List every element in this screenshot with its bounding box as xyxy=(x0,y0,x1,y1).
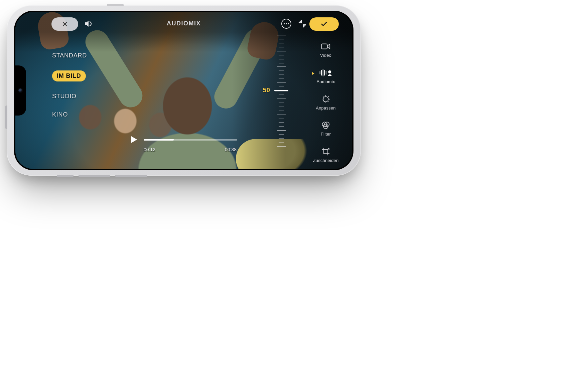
done-button[interactable] xyxy=(309,17,339,31)
audiomix-mode-list: STANDARD IM BILD STUDIO KINO xyxy=(52,52,87,118)
tool-audiomix[interactable]: Audiomix xyxy=(316,68,335,84)
svg-point-14 xyxy=(323,101,323,102)
intensity-slider[interactable]: 50 xyxy=(273,35,290,146)
hw-button-mute xyxy=(57,175,74,177)
exit-fullscreen-button[interactable] xyxy=(298,19,307,29)
play-button[interactable] xyxy=(130,136,138,144)
mode-studio[interactable]: STUDIO xyxy=(52,93,87,100)
video-icon xyxy=(321,42,331,51)
slider-value-label: 50 xyxy=(263,86,270,94)
tool-video[interactable]: Video xyxy=(320,42,331,58)
active-marker-icon xyxy=(312,72,314,75)
mode-kino[interactable]: KINO xyxy=(52,111,87,118)
time-current: 00:12 xyxy=(144,147,155,152)
svg-rect-0 xyxy=(321,44,327,49)
checkmark-icon xyxy=(320,20,328,28)
svg-point-9 xyxy=(325,102,326,103)
hw-button-vol-up xyxy=(79,175,110,177)
collapse-icon xyxy=(298,19,307,28)
slider-handle[interactable] xyxy=(274,90,288,91)
svg-point-13 xyxy=(328,96,329,97)
tool-adjust-label: Anpassen xyxy=(316,106,335,111)
playback-controls: 00:12 00:38 xyxy=(130,136,237,152)
audiomix-icon xyxy=(319,68,332,77)
time-duration: 00:38 xyxy=(225,147,237,152)
edit-tool-rail: Video Audio xyxy=(307,42,344,163)
screen: AUDIOMIX xyxy=(15,12,352,169)
svg-point-7 xyxy=(323,96,328,102)
svg-point-11 xyxy=(329,99,330,99)
adjust-icon xyxy=(321,95,331,104)
more-button[interactable] xyxy=(281,19,291,29)
phone-bezel: AUDIOMIX xyxy=(14,11,353,170)
tool-video-label: Video xyxy=(320,53,331,58)
more-icon xyxy=(281,19,291,29)
hw-button-top xyxy=(107,4,124,6)
svg-point-12 xyxy=(323,96,323,97)
tool-filter[interactable]: Filter xyxy=(321,121,331,137)
mode-im-bild[interactable]: IM BILD xyxy=(52,70,86,81)
device-notch xyxy=(15,65,26,116)
tool-crop[interactable]: Zuschneiden xyxy=(313,147,339,163)
playback-progress xyxy=(144,139,174,141)
tool-filter-label: Filter xyxy=(321,132,331,137)
svg-point-6 xyxy=(328,70,331,73)
hw-button-vol-down xyxy=(115,175,147,177)
svg-point-8 xyxy=(325,95,326,96)
top-bar: AUDIOMIX xyxy=(15,17,352,33)
phone-frame: AUDIOMIX xyxy=(7,5,361,176)
svg-point-10 xyxy=(322,99,322,99)
filter-icon xyxy=(321,121,331,130)
svg-point-15 xyxy=(328,101,329,102)
playback-track[interactable] xyxy=(144,139,237,141)
tool-audiomix-label: Audiomix xyxy=(316,79,335,84)
crop-icon xyxy=(321,147,331,156)
hw-button-power xyxy=(5,106,7,129)
mode-standard[interactable]: STANDARD xyxy=(52,52,87,59)
tool-adjust[interactable]: Anpassen xyxy=(316,95,335,111)
tool-crop-label: Zuschneiden xyxy=(313,158,339,163)
